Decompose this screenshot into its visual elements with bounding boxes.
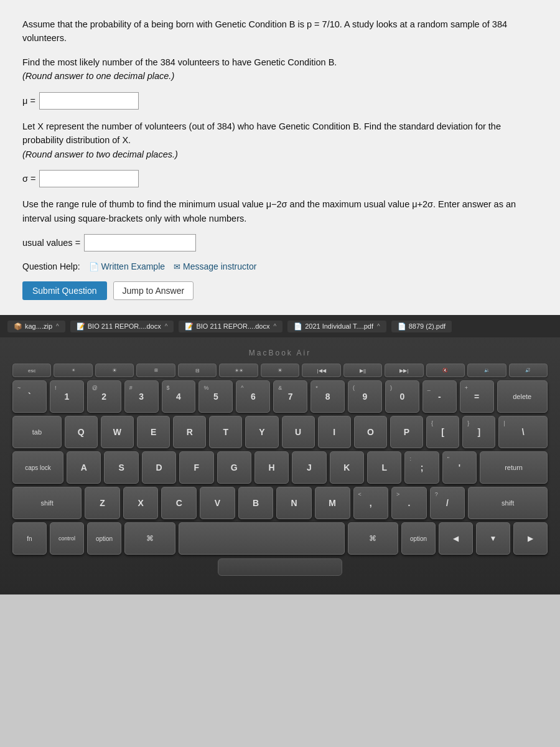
key-h[interactable]: H [254,451,289,484]
key-semicolon[interactable]: :; [404,451,439,484]
key-shift-left[interactable]: shift [12,487,82,519]
key-command-right[interactable]: ⌘ [348,522,399,555]
key-v[interactable]: V [200,487,235,519]
key-c[interactable]: C [161,487,197,519]
key-arrow-down[interactable]: ▼ [476,522,510,555]
key-tab[interactable]: tab [12,416,62,448]
key-x[interactable]: X [123,487,159,519]
key-comma[interactable]: <, [353,487,389,519]
key-f12[interactable]: 🔊 [509,364,548,377]
taskbar-item-zip[interactable]: 📦 kag....zip ^ [7,321,65,332]
key-backslash[interactable]: |\ [498,416,548,448]
taskbar-docx1-label: BIO 211 REPOR....docx [88,322,161,330]
key-5[interactable]: %5 [198,380,233,413]
question-3: Use the range rule of thumb to find the … [22,197,538,251]
usual-values-input[interactable] [84,234,196,251]
key-w[interactable]: W [101,416,134,448]
taskbar-item-pdf2[interactable]: 📄 8879 (2).pdf [391,321,452,332]
taskbar-item-pdf1[interactable]: 📄 2021 Individual T....pdf ^ [287,321,386,332]
key-quote[interactable]: "' [442,451,477,484]
key-k[interactable]: K [330,451,364,484]
key-m[interactable]: M [315,487,350,519]
key-return[interactable]: return [480,451,548,484]
key-caps[interactable]: caps lock [12,451,63,484]
taskbar-item-docx2[interactable]: 📝 BIO 211 REPOR....docx ^ [179,321,282,332]
key-equals[interactable]: += [460,380,494,413]
key-f8[interactable]: ▶|| [343,364,382,377]
key-8[interactable]: *8 [310,380,345,413]
key-f2[interactable]: ☀ [95,364,134,377]
key-option-right[interactable]: option [401,522,436,555]
key-1[interactable]: !1 [50,380,84,413]
usual-values-label: usual values = [22,238,80,248]
key-b[interactable]: B [238,487,274,519]
sigma-input[interactable] [39,170,139,187]
key-shift-right[interactable]: shift [468,487,548,519]
key-3[interactable]: #3 [124,380,159,413]
key-z[interactable]: Z [85,487,120,519]
key-u[interactable]: U [282,416,315,448]
docx1-icon: 📝 [77,322,85,331]
mu-input[interactable] [39,92,139,110]
key-option-left[interactable]: option [87,522,121,555]
key-space[interactable] [179,522,345,555]
key-period[interactable]: >. [391,487,427,519]
written-example-link[interactable]: 📄 Written Example [89,261,165,271]
submit-question-button[interactable]: Submit Question [22,281,107,300]
key-g[interactable]: G [217,451,251,484]
key-command-left[interactable]: ⌘ [124,522,175,555]
question-help-row: Question Help: 📄 Written Example ✉ Messa… [22,261,538,271]
help-label: Question Help: [22,261,80,271]
key-f11[interactable]: 🔉 [467,364,506,377]
taskbar-item-docx1[interactable]: 📝 BIO 211 REPOR....docx ^ [70,321,174,332]
key-i[interactable]: I [318,416,351,448]
key-minus[interactable]: _- [422,380,457,413]
jump-to-answer-button[interactable]: Jump to Answer [113,281,194,300]
key-control[interactable]: control [50,522,84,555]
number-row: ~` !1 @2 #3 $4 %5 ^6 &7 *8 (9 )0 _- += d… [12,380,548,413]
key-f5[interactable]: ☀☀ [219,364,258,377]
key-l[interactable]: L [367,451,401,484]
key-d[interactable]: D [142,451,176,484]
key-rbracket[interactable]: }] [462,416,495,448]
key-slash[interactable]: ?/ [430,487,465,519]
key-lbracket[interactable]: {[ [426,416,459,448]
key-q[interactable]: Q [65,416,98,448]
key-f4[interactable]: ⊟ [178,364,217,377]
key-f1[interactable]: ☀ [54,364,92,377]
message-instructor-link[interactable]: ✉ Message instructor [174,261,256,271]
key-arrow-right[interactable]: ▶ [513,522,548,555]
key-delete[interactable]: delete [497,380,548,413]
key-esc[interactable]: esc [12,364,51,377]
key-n[interactable]: N [276,487,312,519]
key-f10[interactable]: 🔇 [426,364,465,377]
zip-icon: 📦 [14,322,22,331]
key-r[interactable]: R [173,416,206,448]
key-fn[interactable]: fn [12,522,47,555]
key-p[interactable]: P [390,416,423,448]
key-a[interactable]: A [67,451,101,484]
key-backtick[interactable]: ~` [12,380,47,413]
pdf1-icon: 📄 [294,322,302,331]
key-y[interactable]: Y [245,416,278,448]
key-7[interactable]: &7 [273,380,307,413]
key-s[interactable]: S [104,451,138,484]
key-j[interactable]: J [292,451,326,484]
key-f7[interactable]: |◀◀ [302,364,340,377]
key-2[interactable]: @2 [87,380,121,413]
key-f[interactable]: F [179,451,213,484]
envelope-icon: ✉ [174,262,180,271]
key-6[interactable]: ^6 [236,380,270,413]
key-f3[interactable]: ⊞ [136,364,175,377]
key-e[interactable]: E [137,416,170,448]
keyboard-area: MacBook Air esc ☀ ☀ ⊞ ⊟ ☀☀ ☀ |◀◀ ▶|| ▶▶|… [0,337,560,594]
key-arrow-left[interactable]: ◀ [439,522,473,555]
key-0[interactable]: )0 [385,380,419,413]
key-4[interactable]: $4 [162,380,196,413]
key-9[interactable]: (9 [348,380,382,413]
key-o[interactable]: O [354,416,387,448]
key-f6[interactable]: ☀ [261,364,299,377]
key-t[interactable]: T [209,416,242,448]
trackpad[interactable] [218,558,342,576]
key-f9[interactable]: ▶▶| [385,364,423,377]
